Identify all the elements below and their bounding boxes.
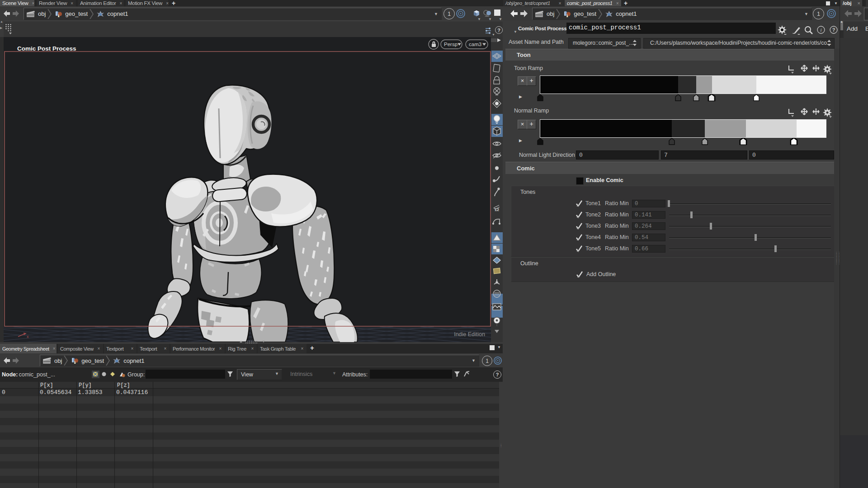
svg-text:Comic Post Process: Comic Post Process xyxy=(17,45,76,52)
svg-text:12: 12 xyxy=(495,207,499,212)
svg-text:x: x xyxy=(27,334,29,339)
svg-text:i: i xyxy=(820,27,821,33)
svg-text:?: ? xyxy=(832,27,835,33)
svg-text:cam3: cam3 xyxy=(469,42,481,47)
svg-text:Persp: Persp xyxy=(444,42,458,47)
svg-text:Indie Edition: Indie Edition xyxy=(454,331,485,338)
